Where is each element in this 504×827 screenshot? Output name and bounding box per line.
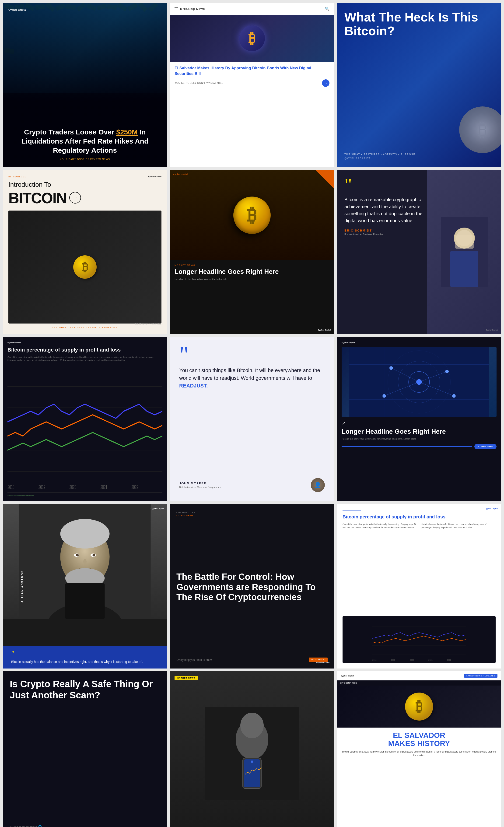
eric-photo <box>427 170 501 334</box>
card8-attribution: JOHN MCAFEE British-American Computer Pr… <box>179 478 325 492</box>
svg-text:2018: 2018 <box>372 659 376 661</box>
btc-hero-image: ₿ <box>170 15 334 62</box>
card8-quote-text: You can't stop things like Bitcoin. It w… <box>179 367 325 390</box>
card14-top-bar: Cypher Capital LATEST NEWS + UPDATES <box>337 671 501 680</box>
card4-tagline: THE WHAT • FEATURES • ASPECTS • PURPOSE <box>8 326 161 329</box>
blue-line <box>342 446 472 447</box>
card-market-phone: MARKET NEWS <box>170 671 334 827</box>
svg-rect-45 <box>65 583 105 619</box>
card10-logo: Cypher Capital <box>151 507 164 509</box>
card10-quote-mark: " <box>11 650 163 658</box>
svg-text:2020: 2020 <box>69 484 77 490</box>
market-headline: Longer Headline Goes Right Here <box>170 268 334 276</box>
nutshell-label: BITCOIN IN A NUTSHELL <box>135 323 161 325</box>
card6-content: " Bitcoin is a remarkable cryptographic … <box>344 178 426 236</box>
card9-sub: Here is the copy, your lovely copy for e… <box>342 437 497 441</box>
svg-text:2021: 2021 <box>100 484 107 490</box>
card-eric-schmidt: " Bitcoin is a remarkable cryptographic … <box>337 170 501 334</box>
gold-coin: ₿ <box>73 255 97 279</box>
svg-text:2021: 2021 <box>429 659 433 661</box>
card-bitcoin-intro: BITCOIN 101 Cypher Capital Introduction … <box>3 170 167 334</box>
news-title: El Salvador Makes History By Approving B… <box>174 65 330 77</box>
read-more-button[interactable]: READ MORE <box>309 658 327 662</box>
network-image-area <box>342 347 497 417</box>
card1-amount: $250M <box>116 128 138 136</box>
card6-quote: Bitcoin is a remarkable cryptographic ac… <box>344 196 426 224</box>
chart-area-7: 2018 2019 2020 2021 2022 <box>7 365 162 493</box>
card13-main-text: Is Crypto Really A Safe Thing Or Just An… <box>10 678 160 821</box>
card3-tagline: THE WHAT • FEATURES • ASPECTS • PURPOSE <box>344 153 494 156</box>
svg-point-42 <box>92 554 95 556</box>
card11-headline: The Battle For Control: How Governments … <box>177 517 327 658</box>
eric-name: ERIC SCHMIDT <box>344 229 426 232</box>
news-body: El Salvador Makes History By Approving B… <box>170 62 334 167</box>
card12-two-col: One of the most clear patterns is that h… <box>343 523 496 616</box>
svg-point-41 <box>76 554 79 556</box>
card6-cc-logo: Cypher Capital <box>486 329 498 331</box>
bitcoin-big-text: BITCOIN <box>8 190 66 207</box>
card11-logo: Cypher Capital <box>316 662 330 664</box>
card-what-the-heck: What The Heck Is This Bitcoin? ₿ THE WHA… <box>337 3 501 167</box>
svg-rect-2 <box>450 251 478 287</box>
bitcoin-symbol: ₿ <box>239 26 265 51</box>
latest-badge: LATEST NEWS + UPDATES <box>464 674 498 678</box>
card3-headline: What The Heck Is This Bitcoin? <box>344 10 494 38</box>
card-el-salvador: Cypher Capital LATEST NEWS + UPDATES BIT… <box>337 671 501 827</box>
card12-desc-right: Historical market bottoms for bitcoin ha… <box>421 523 496 616</box>
svg-point-22 <box>445 370 449 373</box>
svg-point-61 <box>251 761 253 763</box>
card3-bottom: THE WHAT • FEATURES • ASPECTS • PURPOSE … <box>344 153 494 160</box>
card1-tagline: YOUR DAILY DOSE OF CRYPTO NEWS <box>9 158 160 160</box>
card3-handle: @CYPHERCAPITAL <box>344 157 494 160</box>
card10-quote-text: Bitcoin actually has the balance and inc… <box>11 660 163 664</box>
market-badge: MARKET NEWS <box>174 676 198 680</box>
search-icon[interactable]: 🔍 <box>325 6 330 11</box>
bitcoin-visual: ₿ <box>170 170 334 260</box>
card7-desc: One of the most clear patterns is that h… <box>7 356 162 362</box>
card-julian-assange: Cypher Capital JULIAN ASSANGE " Bitcoin … <box>3 504 167 669</box>
card9-bottom-row: ↗ JOIN NOW <box>342 444 497 449</box>
join-button[interactable]: ↗ JOIN NOW <box>474 444 497 449</box>
card9-logo: Cypher Capital <box>342 342 497 344</box>
card9-arrow: ↗ <box>342 420 497 426</box>
cta-label: YOU SERIOUSLY DON'T WANNA MISS <box>174 82 223 84</box>
readjust-word: READJUST. <box>179 383 208 389</box>
card-market-bitcoin: Cypher Capital ₿ MARKET NEWS Longer Head… <box>170 170 334 334</box>
card12-desc-left: One of the most clear patterns is that h… <box>343 523 417 616</box>
assange-photo <box>3 504 167 619</box>
eric-title: Former American Business Executive <box>344 233 426 236</box>
card1-logo: Cypher Capital <box>8 8 27 11</box>
card7-logo: Cypher Capital <box>7 342 162 344</box>
card-breaking-news: Breaking News 🔍 ₿ El Salvador Makes Hist… <box>170 3 334 167</box>
coin-image-area: ₿ <box>8 210 161 324</box>
card6-attribution: ERIC SCHMIDT Former American Business Ex… <box>344 229 426 236</box>
mcafee-title: British-American Computer Programmer <box>179 486 221 489</box>
intro-text: Introduction To <box>8 181 161 189</box>
latest-news-label: LATEST NEWS <box>177 515 327 517</box>
eric-photo-area <box>427 170 501 334</box>
svg-text:2020: 2020 <box>410 659 414 661</box>
arrow-button[interactable]: → <box>322 79 330 87</box>
news-header-bar: Breaking News 🔍 <box>170 3 334 15</box>
card-crypto-traders: Cypher Capital Crypto Traders Loose Over… <box>3 3 167 167</box>
market-sub: Head on to the link in bio to read the f… <box>170 276 334 283</box>
card5-cc-logo: Cypher Capital <box>318 329 331 331</box>
card-supply-chart-light: Cypher Capital Bitcoin percentage of sup… <box>337 504 501 669</box>
svg-point-43 <box>83 559 87 565</box>
svg-text:2019: 2019 <box>39 484 46 490</box>
svg-point-38 <box>60 519 109 548</box>
svg-text:2022: 2022 <box>447 659 451 661</box>
svg-rect-46 <box>372 617 466 662</box>
svg-text:2022: 2022 <box>131 484 138 490</box>
card1-headline: Crypto Traders Loose Over $250M In Liqui… <box>9 128 160 155</box>
card14-main-image: ₿ <box>337 686 501 728</box>
market-label: MARKET NEWS <box>170 260 334 268</box>
arrow-circle[interactable]: → <box>69 192 81 203</box>
svg-rect-4 <box>455 235 474 249</box>
quote-mark: " <box>344 178 426 192</box>
assange-name: JULIAN ASSANGE <box>21 570 23 603</box>
hamburger-icon <box>174 7 178 10</box>
card4-brand: Cypher Capital <box>148 176 161 178</box>
bitcoin-3d-coin: ₿ <box>233 197 271 234</box>
john-avatar: 👤 <box>311 478 325 492</box>
